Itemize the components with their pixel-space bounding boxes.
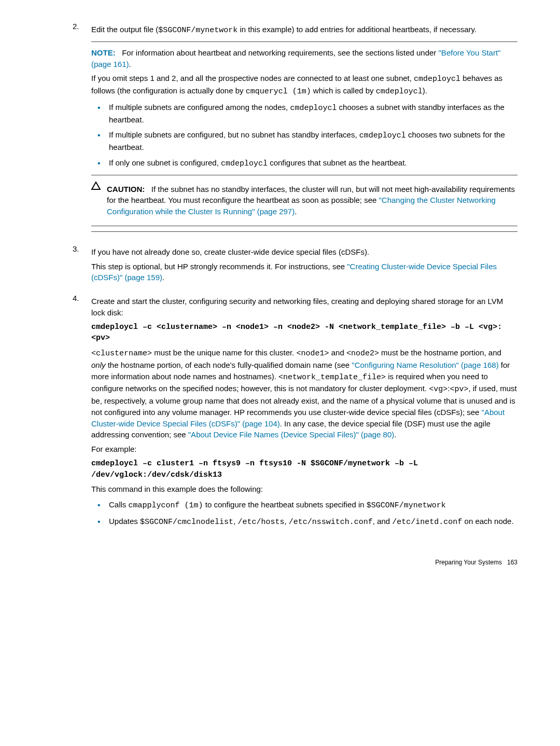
note-label: NOTE: xyxy=(91,48,116,57)
text: If multiple subnets are configured, but … xyxy=(109,130,359,139)
text: Updates xyxy=(109,517,140,526)
bullet-item: If only one subnet is configured, cmdepl… xyxy=(91,157,517,170)
xref-link[interactable]: "About Device File Names (Device Special… xyxy=(188,430,394,439)
inline-code: <node2> xyxy=(346,349,379,358)
bullet-item: Updates $SGCONF/cmclnodelist, /etc/hosts… xyxy=(91,516,517,528)
list-body: Create and start the cluster, configurin… xyxy=(91,293,517,532)
list-number: 4. xyxy=(43,293,91,532)
text: on each node. xyxy=(462,517,513,526)
bullet-item: If multiple subnets are configured, but … xyxy=(91,129,517,153)
divider xyxy=(91,175,517,175)
note-text: NOTE: For information about heartbeat an… xyxy=(91,47,517,70)
caution-label: CAUTION: xyxy=(107,185,145,194)
text: the hostname portion, of each node's ful… xyxy=(106,361,352,369)
item4-explain: <clustername> must be the unique name fo… xyxy=(91,347,517,440)
list-item-2: 2. Edit the output file ($SGCONF/mynetwo… xyxy=(43,21,517,237)
text: to configure the heartbeat subnets speci… xyxy=(203,500,367,509)
inline-code: cmdeploycl xyxy=(414,75,460,84)
bullet-list: If multiple subnets are configured among… xyxy=(91,102,517,170)
xref-link[interactable]: "Configuring Name Resolution" (page 168) xyxy=(352,361,498,369)
bullet-list: Calls cmapplyconf (1m) to configure the … xyxy=(91,499,517,528)
text: If you omit steps 1 and 2, and all the p… xyxy=(91,74,414,82)
text: If you have not already done so, create … xyxy=(91,246,517,258)
text: For example: xyxy=(91,444,517,455)
footer-section: Preparing Your Systems xyxy=(435,559,502,566)
text: which is called by xyxy=(311,86,376,95)
inline-code: cmdeploycl xyxy=(221,159,268,168)
text: and xyxy=(329,348,346,357)
inline-code: cmapplyconf (1m) xyxy=(129,501,203,510)
numbered-list: 2. Edit the output file ($SGCONF/mynetwo… xyxy=(43,21,517,532)
bullet-item: If multiple subnets are configured among… xyxy=(91,102,517,126)
text: If multiple subnets are configured among… xyxy=(109,103,290,112)
divider xyxy=(91,42,517,42)
caution-block: CAUTION: If the subnet has no standby in… xyxy=(91,181,517,220)
bullet-item: Calls cmapplyconf (1m) to configure the … xyxy=(91,499,517,512)
divider xyxy=(91,226,517,226)
caution-triangle-icon xyxy=(91,182,101,192)
text: in this example) to add entries for addi… xyxy=(237,25,477,34)
text: , and xyxy=(373,517,393,526)
text: If only one subnet is configured, xyxy=(109,158,221,167)
list-item-4: 4. Create and start the cluster, configu… xyxy=(43,293,517,532)
list-number: 3. xyxy=(43,243,91,286)
caution-text: CAUTION: If the subnet has no standby in… xyxy=(107,184,517,217)
inline-code: $SGCONF/mynetwork xyxy=(367,501,446,510)
text: . xyxy=(129,60,131,68)
inline-code: <node1> xyxy=(297,349,329,358)
text: Calls xyxy=(109,500,129,509)
text: configures that subnet as the heartbeat. xyxy=(268,158,407,167)
text: Edit the output file ( xyxy=(91,25,158,34)
inline-code: cmdeploycl xyxy=(290,104,337,113)
text-italic: only xyxy=(91,361,106,369)
text: This command in this example does the fo… xyxy=(91,483,517,495)
inline-code: $SGCONF/mynetwork xyxy=(158,26,237,35)
list-body: If you have not already done so, create … xyxy=(91,243,517,286)
inline-code: cmdeploycl xyxy=(359,131,406,140)
caution-icon-cell xyxy=(91,181,107,220)
caution-body: CAUTION: If the subnet has no standby in… xyxy=(107,181,517,220)
text: For information about heartbeat and netw… xyxy=(122,48,438,57)
text: Create and start the cluster, configurin… xyxy=(91,296,517,319)
item3-line2: This step is optional, but HP strongly r… xyxy=(91,261,517,284)
inline-code: <vg> xyxy=(429,385,447,394)
omit-paragraph: If you omit steps 1 and 2, and all the p… xyxy=(91,73,517,98)
text: . xyxy=(394,430,396,439)
list-item-3: 3. If you have not already done so, crea… xyxy=(43,243,517,286)
inline-code: $SGCONF/cmclnodelist xyxy=(140,518,233,527)
list-body: Edit the output file ($SGCONF/mynetwork … xyxy=(91,21,517,237)
text: This step is optional, but HP strongly r… xyxy=(91,262,347,271)
inline-code: /etc/inetd.conf xyxy=(392,518,462,527)
text: ). xyxy=(423,86,427,95)
inline-code: cmdeploycl xyxy=(376,87,423,96)
item2-intro: Edit the output file ($SGCONF/mynetwork … xyxy=(91,24,517,36)
inline-code: <network_template_file> xyxy=(278,373,386,382)
note-block: NOTE: For information about heartbeat an… xyxy=(91,47,517,226)
inline-code: /etc/nsswitch.conf xyxy=(289,518,373,527)
footer-page-number: 163 xyxy=(507,559,517,566)
inline-code: /etc/hosts xyxy=(237,518,284,527)
divider xyxy=(91,231,517,232)
inline-code: <clustername> xyxy=(91,349,152,358)
page-footer: Preparing Your Systems 163 xyxy=(43,558,517,567)
command-example: cmdeploycl –c <clustername> –n <node1> –… xyxy=(91,322,517,344)
text: . xyxy=(295,207,297,216)
text: must be the unique name for this cluster… xyxy=(152,348,296,357)
inline-code: cmquerycl (1m) xyxy=(246,87,311,96)
text: , xyxy=(284,517,288,526)
list-number: 2. xyxy=(43,21,91,237)
text: must be the hostname portion, and xyxy=(379,348,501,357)
inline-code: <pv> xyxy=(450,385,468,394)
text: . xyxy=(162,273,164,282)
svg-marker-0 xyxy=(92,182,100,189)
command-example: cmdeploycl –c cluster1 –n ftsys9 –n ftsy… xyxy=(91,458,517,481)
